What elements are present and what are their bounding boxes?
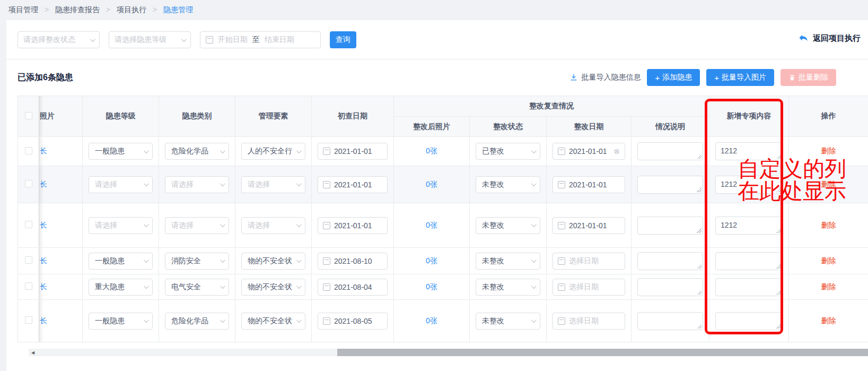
scroll-left-arrow-icon[interactable]: ◀	[31, 350, 34, 355]
select-all-checkbox[interactable]	[25, 112, 32, 119]
hazard-category-select[interactable]: 请选择	[165, 217, 229, 234]
photo-link[interactable]: 长	[40, 180, 47, 188]
hazard-level-select[interactable]: 请选择	[89, 217, 153, 234]
resize-handle-icon[interactable]	[776, 187, 781, 192]
situation-textarea[interactable]	[637, 278, 703, 296]
hazard-category-select[interactable]: 请选择	[165, 176, 229, 193]
photo-link[interactable]: 长	[40, 221, 47, 229]
after-photos-link[interactable]: 0张	[426, 316, 437, 325]
hazard-level-filter-select[interactable]: 请选择隐患等级	[109, 31, 191, 48]
photo-link[interactable]: 长	[40, 282, 47, 291]
rectify-status-select[interactable]: 未整改	[476, 176, 540, 193]
management-element-select[interactable]: 请选择	[241, 217, 305, 234]
hazard-category-select[interactable]: 电气安全	[165, 279, 229, 296]
first-check-date-input[interactable]: 2021-01-01	[318, 176, 388, 193]
hazard-level-select[interactable]: 一般隐患	[89, 313, 153, 330]
clear-date-icon[interactable]: ⊗	[613, 148, 620, 155]
resize-handle-icon[interactable]	[697, 228, 702, 233]
custom-content-textarea[interactable]: 1212	[715, 142, 783, 160]
row-checkbox[interactable]	[25, 256, 32, 264]
after-photos-link[interactable]: 0张	[426, 282, 437, 291]
hazard-category-select[interactable]: 危险化学品	[165, 143, 229, 160]
after-photos-link[interactable]: 0张	[426, 221, 437, 229]
management-element-select[interactable]: 人的不安全行	[241, 143, 305, 160]
custom-content-textarea[interactable]	[715, 312, 783, 330]
resize-handle-icon[interactable]	[776, 290, 781, 295]
resize-handle-icon[interactable]	[697, 154, 702, 159]
rectify-date-input[interactable]: 选择日期	[553, 279, 625, 296]
hazard-level-select[interactable]: 重大隐患	[89, 279, 153, 296]
horizontal-scrollbar[interactable]: ◀ ▶	[29, 349, 868, 356]
custom-content-textarea[interactable]: 1212	[715, 217, 783, 235]
batch-delete-button[interactable]: 批量删除	[781, 69, 836, 86]
hazard-category-select[interactable]: 消防安全	[165, 253, 229, 270]
row-checkbox[interactable]	[25, 221, 32, 228]
first-check-date-input[interactable]: 2021-01-01	[318, 217, 388, 234]
delete-link[interactable]: 删除	[821, 221, 836, 229]
hazard-level-select[interactable]: 一般隐患	[89, 253, 153, 270]
rectify-date-input[interactable]: 选择日期	[553, 253, 625, 270]
photo-link[interactable]: 长	[40, 146, 47, 155]
first-check-date-input[interactable]: 2021-01-01	[318, 143, 388, 160]
first-check-date-input[interactable]: 2021-08-05	[318, 313, 388, 330]
first-check-date-input[interactable]: 2021-08-10	[318, 253, 388, 270]
hazard-level-select[interactable]: 请选择	[89, 176, 153, 193]
resize-handle-icon[interactable]	[697, 324, 702, 329]
rectify-status-select[interactable]: 未整改	[476, 279, 540, 296]
hazard-category-select[interactable]: 危险化学品	[165, 313, 229, 330]
back-to-project-execution-link[interactable]: 返回项目执行	[798, 33, 861, 44]
photo-link[interactable]: 长	[40, 256, 47, 265]
rectify-status-filter-select[interactable]: 请选择整改状态	[17, 31, 100, 48]
breadcrumb-item-project-execution[interactable]: 项目执行	[117, 5, 146, 14]
rectify-date-input[interactable]: 2021-01-01	[553, 217, 625, 234]
search-button[interactable]: 查询	[330, 31, 356, 48]
situation-textarea[interactable]	[637, 217, 703, 235]
first-check-date-input[interactable]: 2021-08-04	[318, 279, 388, 296]
rectify-date-input[interactable]: 2021-01-01	[553, 176, 625, 193]
batch-import-images-button[interactable]: + 批量导入图片	[706, 69, 774, 86]
row-checkbox[interactable]	[25, 282, 32, 290]
custom-content-textarea[interactable]	[715, 278, 783, 296]
rectify-date-input[interactable]: 选择日期	[553, 313, 625, 330]
photo-link[interactable]: 长	[40, 316, 47, 325]
hazard-level-select[interactable]: 一般隐患	[89, 143, 153, 160]
rectify-date-input[interactable]: 2021-01-01 ⊗	[553, 143, 625, 160]
rectify-status-select[interactable]: 未整改	[476, 217, 540, 234]
add-hazard-button[interactable]: + 添加隐患	[647, 69, 700, 86]
after-photos-link[interactable]: 0张	[426, 256, 437, 265]
situation-textarea[interactable]	[637, 252, 703, 270]
delete-link[interactable]: 删除	[821, 146, 836, 155]
resize-handle-icon[interactable]	[776, 264, 781, 269]
custom-content-textarea[interactable]	[715, 252, 783, 270]
situation-textarea[interactable]	[637, 176, 703, 194]
date-range-picker[interactable]: 开始日期 至 结束日期	[200, 31, 321, 48]
management-element-select[interactable]: 物的不安全状	[241, 279, 305, 296]
delete-link[interactable]: 删除	[821, 180, 836, 188]
delete-link[interactable]: 删除	[821, 282, 836, 291]
management-element-select[interactable]: 物的不安全状	[241, 253, 305, 270]
row-checkbox[interactable]	[25, 180, 32, 187]
management-element-select[interactable]: 请选择	[241, 176, 305, 193]
delete-link[interactable]: 删除	[821, 316, 836, 325]
row-checkbox[interactable]	[25, 147, 32, 154]
delete-link[interactable]: 删除	[821, 256, 836, 265]
custom-content-textarea[interactable]: 1212	[715, 176, 783, 194]
breadcrumb-item-project-management[interactable]: 项目管理	[8, 5, 38, 14]
breadcrumb-item-hazard-report[interactable]: 隐患排查报告	[55, 5, 100, 14]
resize-handle-icon[interactable]	[697, 264, 702, 269]
resize-handle-icon[interactable]	[776, 324, 781, 329]
after-photos-link[interactable]: 0张	[426, 146, 437, 155]
situation-textarea[interactable]	[637, 312, 703, 330]
resize-handle-icon[interactable]	[697, 187, 702, 192]
management-element-select[interactable]: 物的不安全状	[241, 313, 305, 330]
resize-handle-icon[interactable]	[697, 290, 702, 295]
row-checkbox[interactable]	[25, 316, 32, 324]
rectify-status-select[interactable]: 未整改	[476, 253, 540, 270]
situation-textarea[interactable]	[637, 142, 703, 160]
scrollbar-thumb[interactable]	[337, 349, 868, 356]
after-photos-link[interactable]: 0张	[426, 180, 437, 188]
rectify-status-select[interactable]: 未整改	[476, 313, 540, 330]
resize-handle-icon[interactable]	[776, 228, 781, 233]
rectify-status-select[interactable]: 已整改	[476, 143, 540, 160]
batch-import-hazard-info-link[interactable]: 批量导入隐患信息	[569, 73, 641, 82]
